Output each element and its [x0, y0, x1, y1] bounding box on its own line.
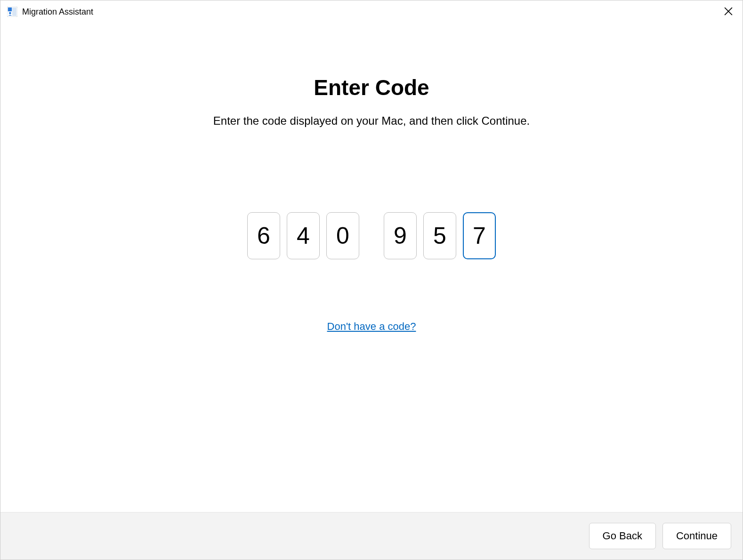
titlebar: Migration Assistant [0, 0, 743, 23]
code-digit-1[interactable] [247, 212, 280, 259]
svg-point-3 [9, 12, 11, 14]
close-button[interactable] [721, 4, 736, 19]
code-group-1 [247, 212, 359, 259]
code-digit-4[interactable] [384, 212, 417, 259]
go-back-button[interactable]: Go Back [589, 523, 656, 549]
app-icon [7, 7, 17, 17]
no-code-link[interactable]: Don't have a code? [327, 320, 416, 333]
content-area: Enter Code Enter the code displayed on y… [0, 23, 743, 512]
svg-rect-1 [8, 8, 12, 11]
continue-button[interactable]: Continue [662, 523, 731, 549]
close-icon [724, 7, 733, 17]
code-separator [366, 212, 377, 259]
window: Migration Assistant Enter Code Enter the… [0, 0, 743, 560]
window-title: Migration Assistant [22, 7, 716, 17]
page-heading: Enter Code [314, 75, 429, 100]
footer: Go Back Continue [0, 512, 743, 560]
code-group-2 [384, 212, 496, 259]
code-input-row [247, 212, 496, 259]
code-digit-5[interactable] [423, 212, 456, 259]
svg-rect-2 [12, 8, 16, 16]
code-digit-6[interactable] [463, 212, 496, 259]
code-digit-2[interactable] [287, 212, 320, 259]
page-subtext: Enter the code displayed on your Mac, an… [213, 114, 530, 128]
code-digit-3[interactable] [326, 212, 359, 259]
